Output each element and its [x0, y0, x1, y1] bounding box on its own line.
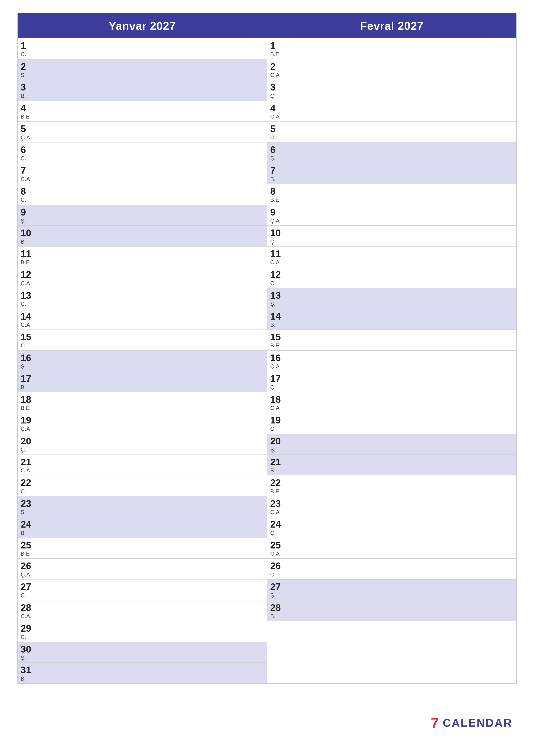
day-abbr: Ş.	[270, 446, 276, 453]
day-content	[37, 496, 267, 517]
day-content	[287, 101, 516, 122]
day-abbr: Ç.	[270, 93, 276, 99]
day-row: 6 Ç.	[18, 143, 267, 163]
day-number: 11	[21, 249, 31, 259]
day-content	[37, 413, 267, 434]
day-content	[37, 434, 267, 454]
day-abbr: Ş.	[21, 363, 26, 370]
day-number: 15	[270, 332, 281, 342]
day-number: 28	[270, 603, 281, 613]
day-num-col: 25 B.E	[18, 538, 37, 558]
day-num-col: 8 B.E	[267, 184, 287, 205]
day-content	[37, 455, 267, 475]
day-content	[287, 413, 516, 434]
day-number: 22	[21, 477, 31, 488]
logo-text: CALENDAR	[443, 716, 513, 729]
day-number: 3	[270, 82, 275, 93]
day-number: 8	[270, 186, 275, 197]
day-content	[287, 496, 516, 517]
day-row: 21 C.A	[18, 455, 267, 475]
day-abbr: B.	[270, 176, 276, 182]
day-row: 31 B.	[18, 663, 267, 683]
day-num-col: 14 B.	[267, 309, 287, 330]
day-num-col: 2 Ş.	[18, 59, 37, 80]
day-row: 7 C.A	[18, 163, 267, 184]
day-num-col: 8 C.	[18, 184, 37, 205]
day-row: 5 C.	[267, 122, 516, 143]
day-content	[287, 434, 516, 454]
day-content	[287, 351, 516, 371]
day-content	[37, 163, 267, 184]
day-row: 23 Ç.A	[267, 496, 516, 517]
day-content	[37, 205, 267, 226]
day-num-col: 14 C.A	[18, 309, 37, 330]
day-content	[37, 143, 267, 163]
day-number: 20	[21, 436, 31, 446]
day-num-col: 19 Ç.A	[18, 413, 37, 434]
day-content	[37, 330, 267, 350]
day-row: 9 Ç.A	[267, 205, 516, 226]
day-abbr: B.	[270, 467, 276, 474]
day-abbr: Ç.	[21, 446, 26, 453]
day-number: 14	[21, 311, 31, 322]
day-row: 24 Ç.	[267, 517, 516, 538]
day-content	[37, 392, 267, 413]
day-row: 25 C.A	[267, 538, 516, 559]
day-row: 28 C.A	[18, 600, 267, 621]
day-row: 1 C.	[18, 39, 267, 59]
day-number: 6	[270, 145, 275, 155]
day-row: 19 Ç.A	[18, 413, 267, 434]
day-row: 25 B.E	[18, 538, 267, 559]
day-row: 13 Ş.	[267, 288, 516, 309]
day-content	[37, 59, 267, 80]
day-num-col: 4 C.A	[267, 101, 287, 122]
day-number: 1	[270, 40, 275, 51]
day-abbr: C.	[21, 51, 26, 58]
day-content	[37, 351, 267, 371]
day-content	[37, 288, 267, 309]
day-num-col: 7 B.	[267, 163, 287, 184]
day-row: 29 C.	[18, 621, 267, 642]
day-number: 10	[270, 228, 281, 238]
day-number: 16	[270, 353, 281, 363]
day-num-col: 28 B.	[267, 600, 287, 621]
day-num-col: 4 B.E	[18, 101, 37, 122]
day-num-col: 18 C.A	[267, 392, 287, 413]
day-number: 9	[270, 207, 275, 217]
day-abbr: Ş.	[270, 592, 276, 599]
day-content	[287, 288, 516, 309]
day-number: 28	[21, 603, 31, 613]
day-number: 4	[21, 103, 26, 113]
day-number: 17	[21, 373, 31, 384]
day-row: 2 Ş.	[18, 59, 267, 80]
day-content	[287, 538, 516, 558]
day-num-col: 16 Ş.	[18, 351, 37, 371]
day-num-col: 17 B.	[18, 371, 37, 392]
day-abbr: B.E	[270, 342, 279, 349]
day-num-col: 19 C.	[267, 413, 287, 434]
day-row: 15 C.	[18, 330, 267, 351]
day-abbr: C.	[21, 197, 26, 203]
day-abbr: Ç.	[21, 592, 26, 599]
day-row: 21 B.	[267, 455, 516, 475]
day-abbr: B.E	[270, 197, 279, 203]
day-number: 11	[270, 249, 281, 259]
day-content	[37, 642, 267, 663]
day-content	[287, 580, 516, 600]
day-num-col: 30 Ş.	[18, 642, 37, 663]
day-row: 8 B.E	[267, 184, 516, 205]
day-num-col: 20 Ç.	[18, 434, 37, 454]
day-number: 18	[21, 394, 31, 405]
day-num-col: 16 Ç.A	[267, 351, 287, 371]
day-abbr: C.	[270, 134, 276, 141]
day-number: 7	[270, 165, 275, 176]
day-abbr: Ç.A	[270, 72, 279, 78]
day-content	[37, 475, 267, 496]
day-num-col: 11 B.E	[18, 247, 37, 267]
day-content	[37, 101, 267, 122]
day-number: 5	[270, 124, 275, 134]
day-number: 17	[270, 373, 281, 384]
day-content	[37, 267, 267, 288]
day-num-col: 22 C.	[18, 475, 37, 496]
day-row: 15 B.E	[267, 330, 516, 351]
